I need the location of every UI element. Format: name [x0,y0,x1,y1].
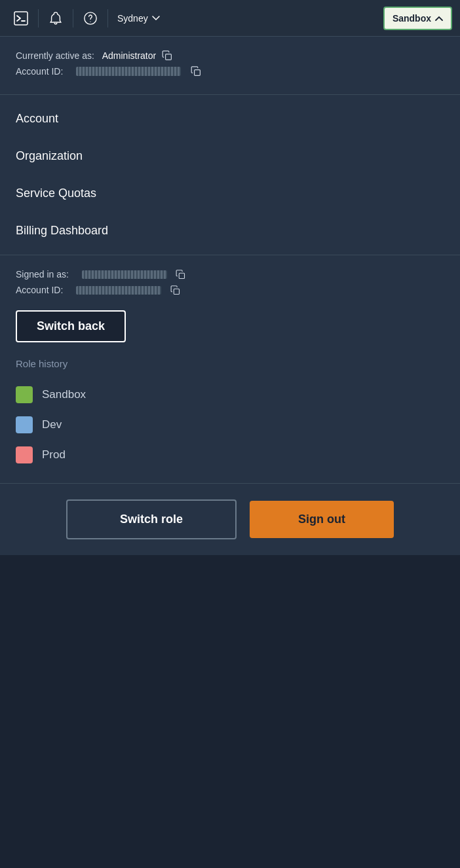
active-role-row: Currently active as: Administrator [16,50,444,62]
dropdown-panel: Currently active as: Administrator Accou… [0,37,460,555]
terminal-icon [14,11,28,26]
role-item-dev[interactable]: Dev [16,410,444,440]
switch-account-id-row: Account ID: [16,284,444,296]
footer-section: Switch role Sign out [0,484,460,555]
signed-in-redacted [82,270,167,279]
sandbox-chevron-up-icon [435,16,443,21]
dev-color-box [16,416,33,433]
prod-color-box [16,446,33,463]
account-id-redacted [76,67,181,76]
menu-item-service-quotas[interactable]: Service Quotas [0,175,460,212]
switch-role-label: Switch role [120,513,183,526]
nav-divider-2 [73,9,73,27]
svg-point-3 [90,21,90,22]
copy-role-icon[interactable] [161,50,173,62]
menu-item-account-label: Account [16,112,58,126]
copy-account-icon[interactable] [190,65,202,77]
menu-section: Account Organization Service Quotas Bill… [0,95,460,255]
switch-back-button[interactable]: Switch back [16,310,126,342]
sandbox-label: Sandbox [393,13,431,24]
svg-rect-7 [174,289,179,294]
help-icon-btn[interactable] [75,0,106,37]
switch-account-id-redacted [76,286,161,295]
bell-icon-btn[interactable] [40,0,71,37]
sign-out-label: Sign out [298,513,345,526]
menu-item-organization[interactable]: Organization [0,137,460,175]
terminal-icon-btn[interactable] [5,0,37,37]
active-label: Currently active as: [16,50,97,61]
signed-in-row: Signed in as: [16,268,444,280]
role-history-section: Role history Sandbox Dev Prod [16,358,444,470]
account-id-label: Account ID: [16,66,63,77]
username-btn[interactable]: Sydney [109,0,168,37]
sign-out-button[interactable]: Sign out [250,501,394,538]
switch-account-id-label: Account ID: [16,285,63,295]
menu-item-organization-label: Organization [16,149,83,163]
copy-switch-account-icon[interactable] [169,284,181,296]
username-label: Sydney [117,13,148,24]
bell-icon [48,11,63,26]
role-sandbox-label: Sandbox [42,388,86,401]
role-history-label: Role history [16,358,444,369]
navbar: Sydney Sandbox [0,0,460,37]
nav-divider-1 [38,9,39,27]
switch-back-label: Switch back [37,319,105,333]
menu-item-service-quotas-label: Service Quotas [16,187,96,200]
nav-divider-3 [107,9,108,27]
signed-in-label: Signed in as: [16,269,69,280]
menu-item-account[interactable]: Account [0,100,460,137]
role-item-prod[interactable]: Prod [16,440,444,470]
svg-rect-5 [195,70,201,76]
account-id-row: Account ID: [16,65,444,77]
sandbox-badge-btn[interactable]: Sandbox [383,7,452,30]
sandbox-color-box [16,386,33,403]
role-prod-label: Prod [42,448,66,461]
menu-item-billing-dashboard[interactable]: Billing Dashboard [0,212,460,249]
help-icon [83,11,98,26]
svg-rect-4 [166,54,172,60]
svg-rect-0 [14,12,28,25]
active-role: Administrator [102,50,156,61]
role-item-sandbox[interactable]: Sandbox [16,380,444,410]
active-section: Currently active as: Administrator Accou… [0,37,460,95]
username-chevron-icon [152,16,160,21]
role-dev-label: Dev [42,418,62,431]
copy-signed-in-icon[interactable] [175,268,187,280]
svg-rect-6 [180,273,185,278]
menu-item-billing-dashboard-label: Billing Dashboard [16,224,108,238]
switch-section: Signed in as: Account ID: Swi [0,255,460,484]
switch-role-button[interactable]: Switch role [66,499,237,539]
